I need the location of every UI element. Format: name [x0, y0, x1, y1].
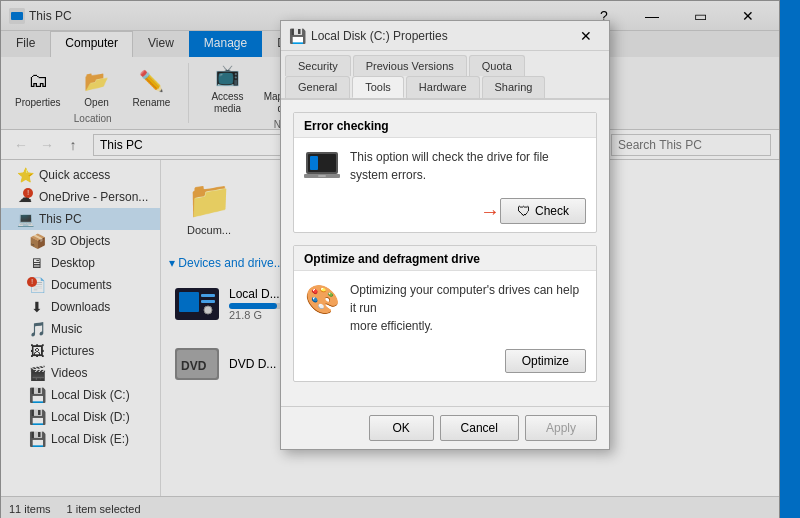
dialog-title-text: Local Disk (C:) Properties — [311, 29, 571, 43]
tab-quota[interactable]: Quota — [469, 55, 525, 76]
optimize-title: Optimize and defragment drive — [294, 246, 596, 271]
tab-general[interactable]: General — [285, 76, 350, 98]
tab-previous-versions[interactable]: Previous Versions — [353, 55, 467, 76]
dialog-tabs-row1: Security Previous Versions Quota — [281, 51, 609, 76]
error-checking-icon — [304, 148, 340, 184]
dialog-overlay: 💾 Local Disk (C:) Properties ✕ Security … — [0, 0, 800, 518]
dialog-footer: OK Cancel Apply — [281, 406, 609, 449]
arrow-graphic: → — [480, 200, 500, 223]
dialog-title-bar: 💾 Local Disk (C:) Properties ✕ — [281, 21, 609, 51]
optimize-icon: 🎨 — [304, 281, 340, 317]
apply-button[interactable]: Apply — [525, 415, 597, 441]
dialog-tabs: Security Previous Versions Quota General… — [281, 51, 609, 100]
error-checking-title: Error checking — [294, 113, 596, 138]
optimize-content: 🎨 Optimizing your computer's drives can … — [294, 271, 596, 345]
arrow-icon: → — [480, 200, 500, 223]
properties-dialog: 💾 Local Disk (C:) Properties ✕ Security … — [280, 20, 610, 450]
optimize-btn-row: Optimize — [294, 345, 596, 381]
tab-sharing[interactable]: Sharing — [482, 76, 546, 98]
dialog-title-icon: 💾 — [289, 28, 305, 44]
optimize-section: Optimize and defragment drive 🎨 Optimizi… — [293, 245, 597, 382]
tab-security[interactable]: Security — [285, 55, 351, 76]
optimize-button[interactable]: Optimize — [505, 349, 586, 373]
dialog-tabs-row2: General Tools Hardware Sharing — [281, 76, 609, 99]
dialog-close-button[interactable]: ✕ — [571, 23, 601, 49]
svg-rect-14 — [318, 175, 326, 177]
tab-hardware[interactable]: Hardware — [406, 76, 480, 98]
cancel-button[interactable]: Cancel — [440, 415, 519, 441]
error-checking-section: Error checking This option will check th… — [293, 112, 597, 233]
tab-tools[interactable]: Tools — [352, 76, 404, 98]
optimize-description: Optimizing your computer's drives can he… — [350, 281, 586, 335]
dialog-body: Error checking This option will check th… — [281, 100, 609, 406]
error-checking-content: This option will check the drive for fil… — [294, 138, 596, 194]
arrow-row: → 🛡 Check — [294, 194, 596, 232]
ok-button[interactable]: OK — [369, 415, 434, 441]
error-checking-description: This option will check the drive for fil… — [350, 148, 586, 184]
svg-rect-12 — [310, 156, 318, 170]
check-button[interactable]: 🛡 Check — [500, 198, 586, 224]
check-button-label: Check — [535, 204, 569, 218]
check-shield-icon: 🛡 — [517, 203, 531, 219]
